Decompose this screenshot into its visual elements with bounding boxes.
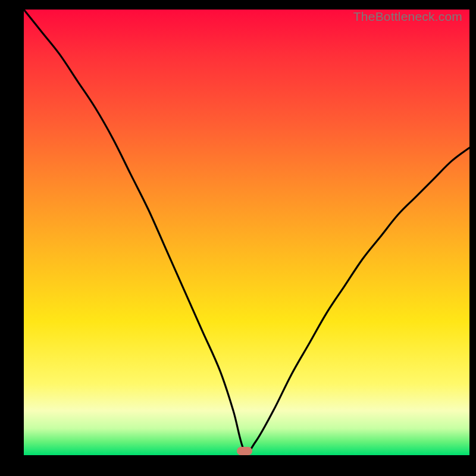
bottleneck-curve xyxy=(24,10,469,455)
minimum-marker xyxy=(237,447,252,455)
curve-path xyxy=(24,10,469,453)
plot-area: TheBottleneck.com xyxy=(24,10,469,455)
chart-frame: TheBottleneck.com xyxy=(0,0,476,476)
